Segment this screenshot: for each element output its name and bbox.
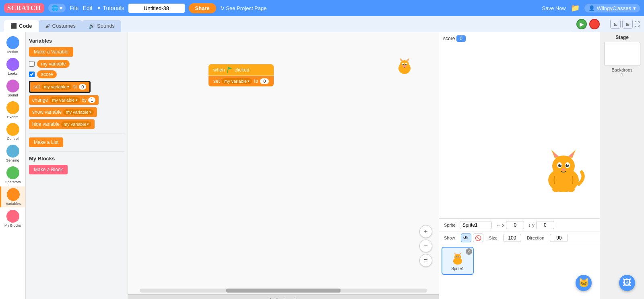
zoom-out-button[interactable]: − [419,240,432,252]
svg-point-36 [457,258,458,258]
main-area: Motion Looks Sound Events Control Sensin… [0,32,644,299]
sprite-x-input[interactable] [506,221,524,229]
sidebar-item-variables[interactable]: Variables [0,186,25,207]
backdrops-count: 1 [603,72,642,77]
sensing-label: Sensing [6,158,19,162]
add-sprite-button[interactable]: 🐱 [576,275,592,291]
tab-bar: ⬛ Code 🖌 Costumes 🔊 Sounds [0,16,644,32]
tab-costumes[interactable]: 🖌 Costumes [39,20,83,32]
canvas-set-val[interactable]: 0 [260,78,269,84]
hide-variable-block[interactable]: hide variable my variable ▾ [29,119,95,129]
sprite-y-input[interactable] [536,221,554,229]
change-var-dropdown[interactable]: my variable ▾ [50,97,80,103]
canvas-inner[interactable]: when clicked set my variable ▾ to 0 [128,32,439,287]
username-label: WiingyClasses [597,5,631,11]
code-tab-label: Code [19,23,32,29]
my-variable-row: my variable [29,60,124,68]
sprite-size-input[interactable] [503,234,521,242]
canvas-set-var-dropdown[interactable]: my variable ▾ [222,78,252,84]
my-blocks-label: My Blocks [4,223,21,227]
sprite-thumb[interactable]: ✕ Sprite1 [442,247,474,275]
canvas-set-block[interactable]: set my variable ▾ to 0 [208,76,274,86]
sidebar-item-my-blocks[interactable]: My Blocks [0,208,25,229]
my-variable-pill[interactable]: my variable [37,60,70,68]
sprite-thumb-preview [450,251,466,265]
edit-menu[interactable]: Edit [83,5,93,11]
canvas-scrollbar[interactable] [140,289,427,293]
hide-var-label: my variable [64,122,86,127]
file-menu[interactable]: File [70,5,79,11]
sidebar-item-motion[interactable]: Motion [0,35,25,55]
globe-button[interactable]: 🌐 ▾ [48,4,66,12]
svg-point-9 [405,64,407,65]
operators-label: Operators [4,180,21,184]
control-label: Control [7,137,19,141]
canvas-area: when clicked set my variable ▾ to 0 [128,32,439,299]
hide-var-chevron-icon: ▾ [87,122,89,126]
direction-label: Direction [527,236,544,240]
sidebar-item-events[interactable]: Events [0,100,25,121]
green-flag-button[interactable]: ▶ [576,19,587,29]
when-flag-block[interactable]: when clicked [208,64,274,76]
add-backdrop-button[interactable]: 🖼 [619,275,635,291]
score-badge: score 0 [443,35,466,42]
make-block-button[interactable]: Make a Block [29,165,68,174]
project-name-input[interactable] [128,4,185,13]
zoom-in-button[interactable]: + [419,225,432,238]
show-var-dropdown[interactable]: my variable ▾ [63,109,93,115]
show-variable-block[interactable]: show variable my variable ▾ [29,107,97,117]
set-val-input[interactable]: 0 [79,84,86,90]
svg-point-27 [454,254,461,260]
sidebar-item-looks[interactable]: Looks [0,56,25,77]
sprite-direction-input[interactable] [550,234,568,242]
layout-large-button[interactable]: ⊞ [622,20,633,29]
folder-icon[interactable]: 📁 [571,4,580,12]
sprite-delete-button[interactable]: ✕ [466,248,472,255]
share-button[interactable]: Share [189,3,216,13]
set-var-dropdown[interactable]: my variable ▾ [41,84,72,90]
layout-small-button[interactable]: ⊡ [610,20,621,29]
see-project-button[interactable]: ↻ See Project Page [220,5,267,11]
make-list-button[interactable]: Make a List [29,137,63,147]
scratch-logo[interactable]: SCRATCH [4,3,44,13]
backpack-bar[interactable]: ⬆ Backpack [128,294,439,299]
sidebar-item-operators[interactable]: Operators [0,165,25,186]
sidebar-item-control[interactable]: Control [0,121,25,142]
fullscreen-button[interactable]: ⛶ [634,20,640,29]
red-stop-button[interactable] [589,19,600,29]
tutorials-button[interactable]: ✦ Tutorials [97,5,124,11]
score-badge-label: score [443,36,455,41]
svg-point-34 [456,256,457,257]
show-visible-button[interactable]: 👁 [461,233,471,242]
save-now-button[interactable]: Save Now [542,5,566,11]
score-pill[interactable]: score [37,70,57,78]
change-val-input[interactable]: 1 [88,97,95,103]
canvas-block-group[interactable]: when clicked set my variable ▾ to 0 [208,64,274,86]
sprite-name-input[interactable] [460,221,492,229]
x-arrow-icon: ↔ [496,222,501,228]
green-flag-canvas-icon [227,67,233,73]
code-tab-icon: ⬛ [10,23,17,29]
tab-sounds[interactable]: 🔊 Sounds [82,20,121,32]
sprite-size-dir-row: Show 👁 🚫 Size Direction [439,232,600,244]
hide-var-dropdown[interactable]: my variable ▾ [61,121,91,127]
username-arrow-icon: ▾ [633,5,636,11]
set-block[interactable]: set my variable ▾ to 0 [29,81,91,93]
user-button[interactable]: 👤 WiingyClasses ▾ [584,4,640,12]
sidebar-item-sound[interactable]: Sound [0,78,25,99]
my-variable-checkbox[interactable] [29,61,35,67]
show-hidden-button[interactable]: 🚫 [473,233,483,242]
svg-point-21 [560,164,561,166]
zoom-reset-button[interactable]: = [419,254,432,267]
change-block[interactable]: change my variable ▾ by 1 [29,95,99,105]
stage-thumbnail[interactable] [604,42,640,66]
clicked-text: clicked [235,67,250,73]
tab-code[interactable]: ⬛ Code [4,20,39,32]
svg-point-10 [403,66,406,68]
backpack-arrow-icon: ⬆ [268,297,273,299]
make-variable-button[interactable]: Make a Variable [29,47,73,57]
sidebar-item-sensing[interactable]: Sensing [0,143,25,164]
control-circle [6,123,19,136]
score-checkbox[interactable] [29,72,35,77]
sprite-x-coord: ↔ x [496,221,524,229]
